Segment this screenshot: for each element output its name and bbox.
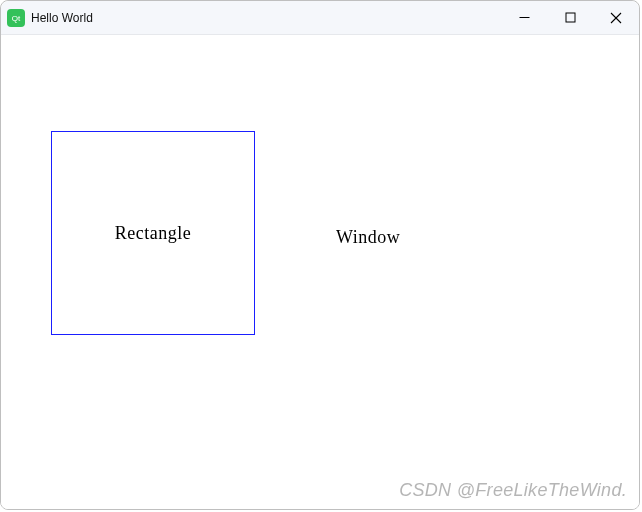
window-title: Hello World xyxy=(31,11,93,25)
svg-text:Qt: Qt xyxy=(12,14,21,23)
window-controls xyxy=(501,1,639,34)
maximize-button[interactable] xyxy=(547,1,593,34)
titlebar: Qt Hello World xyxy=(1,1,639,35)
client-area: Rectangle Window xyxy=(1,35,639,509)
rectangle-shape: Rectangle xyxy=(51,131,255,335)
svg-rect-3 xyxy=(566,13,575,22)
close-icon xyxy=(610,12,622,24)
app-window: Qt Hello World xyxy=(0,0,640,510)
window-label: Window xyxy=(336,227,400,248)
qt-app-icon: Qt xyxy=(7,9,25,27)
minimize-icon xyxy=(519,12,530,23)
titlebar-left: Qt Hello World xyxy=(7,9,93,27)
minimize-button[interactable] xyxy=(501,1,547,34)
close-button[interactable] xyxy=(593,1,639,34)
rectangle-label: Rectangle xyxy=(115,223,191,244)
maximize-icon xyxy=(565,12,576,23)
